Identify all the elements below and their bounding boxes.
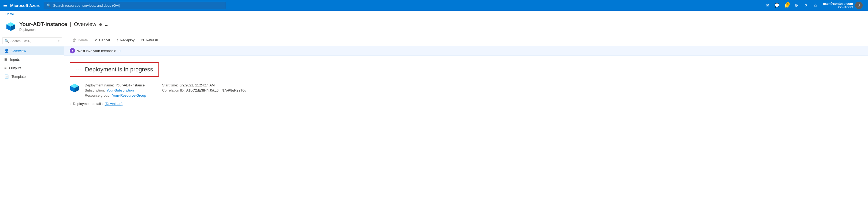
resource-name: Your-ADT-instance [19,21,67,27]
breadcrumb: Home › [0,11,868,18]
content-area: 🗑 Delete ⊘ Cancel ↑ Redeploy ↻ Refresh ✦… [64,34,868,215]
sidebar-search-box[interactable]: 🔍 « [2,37,62,44]
more-options-icon[interactable]: ... [105,22,108,27]
deployment-name-value: Your-ADT-instance [116,83,145,87]
top-navigation: ☰ Microsoft Azure 🔍 ✉ 💬 🔔 1 ⚙ ? ☺ user@c… [0,0,868,11]
delete-icon: 🗑 [72,38,76,42]
subscription-label: Subscription: [85,88,105,92]
cancel-label: Cancel [99,38,110,42]
feedback-arrow-link[interactable]: → [118,49,122,53]
download-link[interactable]: (Download) [105,102,123,106]
cancel-icon: ⊘ [94,38,98,42]
start-time-value: 6/2/2021, 11:24:14 AM [180,83,215,87]
sidebar-item-outputs-label: Outputs [9,66,22,70]
toolbar: 🗑 Delete ⊘ Cancel ↑ Redeploy ↻ Refresh [64,34,868,46]
page-title: Your-ADT-instance | Overview ⊕ ... [19,21,863,27]
deployment-info-right: Start time: 6/2/2021, 11:24:14 AM Correl… [162,83,246,98]
sidebar-item-inputs[interactable]: ⊞ Inputs [0,55,64,63]
sidebar-item-inputs-label: Inputs [10,57,20,61]
refresh-label: Refresh [146,38,158,42]
subscription-row: Subscription: Your-Subscription [85,88,146,92]
feedback-purple-icon: ✦ [70,48,75,53]
notification-badge: 1 [786,2,790,6]
notification-bell[interactable]: 🔔 1 [782,1,791,10]
collapse-sidebar-button[interactable]: « [58,39,60,43]
overview-icon: 👤 [4,49,9,53]
help-icon[interactable]: ? [802,1,810,10]
sidebar-item-outputs[interactable]: ≡ Outputs [0,63,64,72]
user-tenant: CONTOSO [823,6,853,9]
deployment-name-label: Deployment name: [85,83,114,87]
page-header: Your-ADT-instance | Overview ⊕ ... Deplo… [0,18,868,34]
page-subtitle: Deployment [19,28,863,32]
pin-icon[interactable]: ⊕ [99,22,102,27]
template-icon: 📄 [4,74,9,79]
breadcrumb-home[interactable]: Home [5,12,14,16]
correlation-row: Correlation ID: A1bC2dE3fH4iJ5kL6mN7oP8q… [162,88,246,92]
start-time-label: Start time: [162,83,178,87]
sidebar-item-template-label: Template [11,75,26,79]
deployment-details-row[interactable]: › Deployment details (Download) [70,102,863,106]
main-layout: 🔍 « 👤 Overview ⊞ Inputs ≡ Outputs 📄 Temp… [0,34,868,215]
email-icon[interactable]: ✉ [763,1,772,10]
deployment-name-row: Deployment name: Your-ADT-instance [85,83,146,87]
sidebar: 🔍 « 👤 Overview ⊞ Inputs ≡ Outputs 📄 Temp… [0,34,64,215]
hamburger-menu[interactable]: ☰ [3,3,7,8]
resource-icon-wrap [5,21,16,32]
adt-resource-icon [6,22,16,31]
outputs-icon: ≡ [4,66,6,70]
search-icon: 🔍 [46,3,51,7]
settings-icon[interactable]: ⚙ [792,1,801,10]
user-account[interactable]: user@contoso.com CONTOSO U [821,2,865,9]
feedback-icon[interactable]: ☺ [811,1,820,10]
refresh-button[interactable]: ↻ Refresh [138,36,161,44]
section-name: Overview [74,21,96,27]
search-input[interactable] [53,3,223,7]
user-name: user@contoso.com [823,2,853,6]
sidebar-item-overview-label: Overview [11,49,26,53]
inputs-icon: ⊞ [4,57,7,61]
deployment-info-left: Deployment name: Your-ADT-instance Subsc… [85,83,146,98]
deployment-dots-icon: ··· [75,66,82,73]
correlation-label: Correlation ID: [162,88,185,92]
deployment-status-box: ··· Deployment is in progress [70,62,159,77]
deployment-section: ··· Deployment is in progress [64,56,868,112]
sidebar-item-overview[interactable]: 👤 Overview [0,47,64,55]
feedback-text: We'd love your feedback! [77,49,116,53]
deployment-resource-icon [70,83,79,93]
refresh-icon: ↻ [141,38,144,42]
title-area: Your-ADT-instance | Overview ⊕ ... Deplo… [19,21,863,32]
brand-name: Microsoft Azure [10,3,40,8]
redeploy-label: Redeploy [120,38,134,42]
resource-group-row: Resource group: Your-Resource-Group [85,93,146,98]
title-separator: | [70,21,71,27]
sidebar-search-icon: 🔍 [5,39,9,43]
deployment-info: Deployment name: Your-ADT-instance Subsc… [84,83,246,98]
feedback-bar: ✦ We'd love your feedback! → [64,46,868,56]
resource-group-value[interactable]: Your-Resource-Group [112,93,146,98]
start-time-row: Start time: 6/2/2021, 11:24:14 AM [162,83,246,87]
redeploy-button[interactable]: ↑ Redeploy [114,36,137,44]
redeploy-icon: ↑ [116,38,118,42]
delete-button[interactable]: 🗑 Delete [70,36,91,44]
resource-group-label: Resource group: [85,93,111,98]
sidebar-item-template[interactable]: 📄 Template [0,72,64,81]
details-chevron-icon: › [70,102,71,106]
breadcrumb-chevron: › [16,13,17,16]
global-search-bar[interactable]: 🔍 [44,2,226,9]
correlation-value: A1bC2dE3fH4iJ5kL6mN7oP8qR9sT0u [186,88,246,92]
sidebar-search-input[interactable] [10,39,56,43]
cancel-button[interactable]: ⊘ Cancel [92,36,113,44]
avatar: U [855,2,863,9]
feedback-icon-symbol: ✦ [71,49,74,53]
subscription-value[interactable]: Your-Subscription [106,88,134,92]
deployment-status-text: Deployment is in progress [85,66,153,73]
nav-icon-group: ✉ 💬 🔔 1 ⚙ ? ☺ user@contoso.com CONTOSO U [763,1,865,10]
chat-icon[interactable]: 💬 [773,1,781,10]
delete-label: Delete [78,38,88,42]
deployment-details-label: Deployment details [73,102,103,106]
